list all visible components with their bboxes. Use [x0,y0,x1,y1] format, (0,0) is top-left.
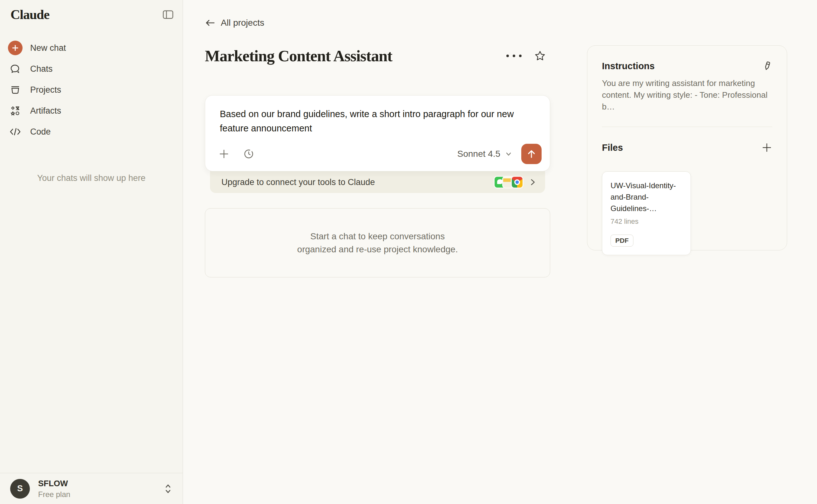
upgrade-banner-text: Upgrade to connect your tools to Claude [222,177,375,187]
code-icon [8,124,23,139]
files-section: Files UW-Visual-Identity-and-Brand-Guide… [587,127,787,255]
empty-chats-line1: Start a chat to keep conversations [310,230,445,243]
chats-empty-hint: Your chats will show up here [0,173,183,183]
sidebar-item-label: Chats [30,64,53,74]
arrow-left-icon [205,18,216,28]
history-clock-icon[interactable] [243,149,254,159]
sidebar-item-new-chat[interactable]: New chat [0,37,183,58]
instructions-preview: You are my writing assistant for marketi… [602,77,772,113]
sidebar-item-code[interactable]: Code [0,121,183,142]
arrow-up-icon [526,149,536,159]
chevron-down-icon [505,150,512,158]
file-card[interactable]: UW-Visual-Identity-and-Brand-Guidelines-… [602,171,691,255]
sidebar-item-projects[interactable]: Projects [0,79,183,100]
add-file-plus-icon[interactable] [761,142,772,153]
chevron-right-icon [528,177,537,187]
main-area: All projects Marketing Content Assistant [183,0,817,504]
sidebar-item-chats[interactable]: Chats [0,58,183,79]
account-menu[interactable]: S SFLOW Free plan [0,473,183,504]
chat-bubble-icon [8,62,23,76]
page-title: Marketing Content Assistant [205,45,506,67]
sidebar: Claude New chat [0,0,183,504]
connected-apps-icons [494,176,523,189]
send-button[interactable] [521,144,541,164]
claude-logo: Claude [10,7,49,22]
file-line-count: 742 lines [610,217,682,226]
shapes-icon [8,103,23,118]
file-type-badge: PDF [610,235,634,247]
sidebar-item-label: Projects [30,85,61,95]
avatar: S [10,479,30,499]
project-content: Marketing Content Assistant Based on our… [205,45,550,277]
instructions-section: Instructions You are my writing assistan… [587,46,787,127]
plus-icon [8,41,23,55]
model-name: Sonnet 4.5 [457,149,500,159]
back-to-all-projects-link[interactable]: All projects [205,18,264,28]
file-name: UW-Visual-Identity-and-Brand-Guidelines-… [610,180,682,214]
model-selector[interactable]: Sonnet 4.5 [457,149,512,159]
claude-app-window: Claude New chat [0,0,817,504]
composer: Based on our brand guidelines, write a s… [205,95,550,171]
star-icon[interactable] [534,50,546,62]
chrome-app-icon [511,176,523,189]
sidebar-item-label: New chat [30,43,66,53]
sidebar-item-label: Code [30,127,51,137]
empty-chats-placeholder: Start a chat to keep conversations organ… [205,208,550,277]
instructions-title: Instructions [602,61,655,71]
sidebar-item-label: Artifacts [30,106,61,116]
chevron-up-down-icon [163,483,172,494]
attach-plus-icon[interactable] [219,149,229,159]
files-title: Files [602,143,623,153]
edit-pencil-icon[interactable] [762,60,772,72]
project-knowledge-panel: Instructions You are my writing assistan… [587,45,787,250]
sidebar-item-artifacts[interactable]: Artifacts [0,100,183,121]
user-plan: Free plan [38,490,70,499]
archive-box-icon [8,83,23,97]
user-name: SFLOW [38,479,70,488]
sidebar-nav: New chat Chats Projects [0,37,183,142]
empty-chats-line2: organized and re-use project knowledge. [297,243,458,256]
back-link-label: All projects [221,18,264,28]
more-options-icon[interactable] [506,55,521,57]
sidebar-toggle-icon[interactable] [162,10,174,20]
composer-input[interactable]: Based on our brand guidelines, write a s… [220,107,525,136]
